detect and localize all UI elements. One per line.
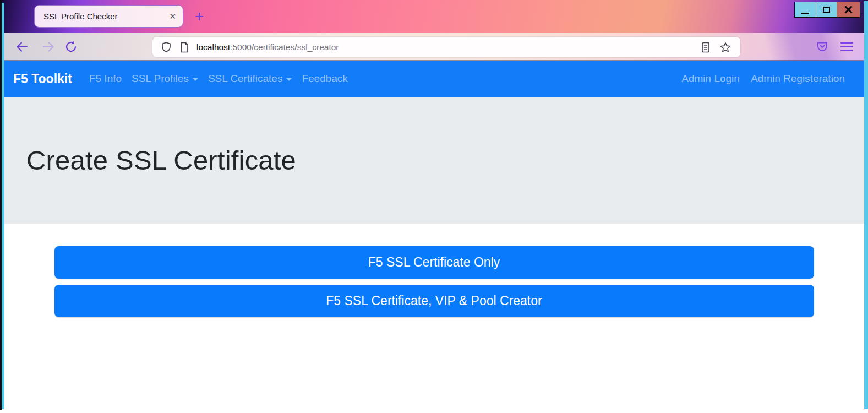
chevron-down-icon xyxy=(286,78,292,81)
nav-item-ssl-certificates[interactable]: SSL Certificates xyxy=(203,73,297,85)
reload-icon[interactable] xyxy=(64,40,78,54)
ssl-certificate-only-button[interactable]: F5 SSL Certificate Only xyxy=(54,246,814,279)
close-window-button[interactable] xyxy=(837,2,860,17)
maximize-button[interactable] xyxy=(816,2,837,17)
window-frame-left-edge xyxy=(2,3,4,409)
page-info-icon[interactable] xyxy=(178,41,190,53)
browser-tab-strip: SSL Profile Checker ✕ + xyxy=(0,0,868,33)
window-controls xyxy=(794,2,860,18)
action-buttons: F5 SSL Certificate Only F5 SSL Certifica… xyxy=(54,246,814,317)
back-icon[interactable] xyxy=(15,40,29,54)
maximize-icon xyxy=(823,7,830,13)
ssl-certificate-vip-pool-button[interactable]: F5 SSL Certificate, VIP & Pool Creator xyxy=(54,285,814,317)
nav-item-label: SSL Certificates xyxy=(208,73,283,84)
navbar-brand[interactable]: F5 Toolkit xyxy=(13,72,72,86)
forward-icon[interactable] xyxy=(41,40,56,54)
minimize-button[interactable] xyxy=(795,2,816,17)
site-navbar: F5 Toolkit F5 Info SSL Profiles SSL Cert… xyxy=(0,61,868,97)
minimize-icon xyxy=(801,13,809,14)
window-frame-right-edge xyxy=(864,1,868,409)
tab-close-icon[interactable]: ✕ xyxy=(169,12,176,21)
close-icon xyxy=(844,6,853,14)
chevron-down-icon xyxy=(193,78,198,81)
url-path: :5000/certificates/ssl_creator xyxy=(230,42,339,52)
page-title: Create SSL Certificate xyxy=(26,145,296,176)
page-content: F5 Toolkit F5 Info SSL Profiles SSL Cert… xyxy=(0,61,868,413)
browser-tab[interactable]: SSL Profile Checker ✕ xyxy=(34,5,183,28)
tab-title: SSL Profile Checker xyxy=(43,12,165,21)
nav-item-admin-login[interactable]: Admin Login xyxy=(676,73,745,85)
browser-toolbar: localhost :5000/certificates/ssl_creator xyxy=(0,33,868,61)
nav-item-label: SSL Profiles xyxy=(132,73,189,84)
menu-icon[interactable] xyxy=(840,42,853,51)
new-tab-button[interactable]: + xyxy=(190,7,208,26)
nav-item-feedback[interactable]: Feedback xyxy=(297,73,352,85)
nav-item-f5-info[interactable]: F5 Info xyxy=(84,73,127,85)
reader-view-icon[interactable] xyxy=(700,41,712,53)
pocket-icon[interactable] xyxy=(815,40,829,54)
jumbotron: Create SSL Certificate xyxy=(0,97,868,224)
navbar-right: Admin Login Admin Registeration xyxy=(676,73,850,85)
shield-icon[interactable] xyxy=(160,41,172,53)
nav-item-admin-registration[interactable]: Admin Registeration xyxy=(745,73,850,85)
nav-item-ssl-profiles[interactable]: SSL Profiles xyxy=(127,73,203,85)
url-host: localhost xyxy=(196,42,230,52)
url-bar[interactable]: localhost :5000/certificates/ssl_creator xyxy=(152,37,740,57)
bookmark-star-icon[interactable] xyxy=(719,41,731,53)
